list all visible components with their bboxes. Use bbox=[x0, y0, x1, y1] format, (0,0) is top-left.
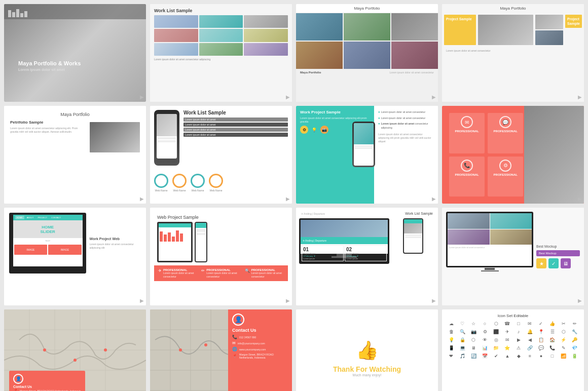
icon-pin: 📍 bbox=[536, 328, 546, 335]
slide-7-title: Work Project Sample bbox=[300, 110, 370, 114]
slide-8[interactable]: ✉ PROFESSIONAL 💬 PROFESSIONAL 📞 PROFESSI… bbox=[442, 106, 584, 204]
slide-11-title: Work List Sample bbox=[403, 211, 435, 216]
icon-home: 🏠 bbox=[547, 336, 557, 343]
icon-pencil: ✏ bbox=[570, 320, 580, 327]
icon-link: 🔗 bbox=[525, 344, 535, 351]
slide-12-icons: ★ ✓ 🖥 bbox=[536, 258, 580, 268]
slide-12-monitor: Lorem ipsum dolor sit amet consectetur bbox=[446, 212, 533, 301]
icon-music2: 🎵 bbox=[457, 353, 467, 360]
icon-cloud: ☁ bbox=[446, 320, 456, 327]
slide-13[interactable]: 👤 Contact Us 📍 Margon Street, BRACH ROAD… bbox=[4, 309, 146, 391]
slide-corner-icon: ▶ bbox=[578, 94, 582, 100]
slide-8-card-4: ⚙ PROFESSIONAL bbox=[488, 157, 523, 197]
slide-10[interactable]: Web Project Sample bbox=[150, 208, 292, 305]
slide-16-icons: ☁ ♡ ☆ ○ ⬡ ☎ □ ✉ ✓ 👍 ✂ ✏ 🗑 🔍 📷 ⚙ ⬛ ✈ ♪ bbox=[446, 320, 580, 360]
icon-signal: 📶 bbox=[559, 353, 569, 360]
slide-15-subtitle: Much many enjoy! bbox=[353, 373, 382, 377]
icon-circle: ○ bbox=[480, 320, 490, 327]
slide-4-yellow: Project Sample bbox=[444, 15, 476, 45]
slide-corner-icon: ▶ bbox=[432, 94, 436, 100]
icon-plane: ✈ bbox=[502, 328, 512, 335]
icon-bell: 🔔 bbox=[525, 328, 535, 335]
icon-diamond: 💎 bbox=[570, 344, 580, 351]
slide-9-title: Work Project Web bbox=[89, 237, 141, 241]
icon-mobile: 📱 bbox=[446, 344, 456, 351]
icon-trash: 🗑 bbox=[446, 328, 456, 335]
slide-6-phone bbox=[154, 110, 179, 166]
slide-10-phone bbox=[195, 222, 207, 262]
slide-9[interactable]: HOME ABOUT PROJECT CONTACT HOME SLIDER bbox=[4, 208, 146, 305]
slide-6[interactable]: Work List Sample Lorem ipsum dolor sit a… bbox=[150, 106, 292, 204]
slide-14-website: www.yourcompany.com bbox=[239, 348, 266, 351]
icon-mail2: ✉ bbox=[502, 336, 512, 343]
icon-up: ▲ bbox=[502, 353, 512, 360]
icon-folder: 📁 bbox=[491, 344, 501, 351]
slide-7[interactable]: Work Project Sample Lorem ipsum dolor si… bbox=[296, 106, 438, 204]
icon-heart2: ❤ bbox=[446, 353, 456, 360]
slide-3-collage bbox=[296, 13, 438, 69]
slide-4[interactable]: Maya Portfolio Project Sample ProjectSam… bbox=[442, 4, 584, 102]
slide-5-ship bbox=[90, 122, 140, 152]
slide-16[interactable]: Icon Set Editable ☁ ♡ ☆ ○ ⬡ ☎ □ ✉ ✓ 👍 ✂ … bbox=[442, 309, 584, 391]
icon-music: ♪ bbox=[513, 328, 524, 335]
slide-14[interactable]: 👤 Contact Us 📞 012 34567 890 ✉ info@your… bbox=[150, 309, 292, 391]
slide-1[interactable]: Maya Portfolio & Works Lorem ipsum dolor… bbox=[4, 4, 146, 102]
slide-11-label: ✈ Anding | Departure bbox=[299, 211, 327, 216]
icon-camera: 📷 bbox=[468, 328, 479, 335]
slide-corner-icon: ▶ bbox=[578, 298, 582, 303]
icon-check: ✓ bbox=[536, 320, 546, 327]
icon-circle2: ● bbox=[536, 353, 546, 360]
slide-corner-icon: ▶ bbox=[286, 196, 290, 202]
slide-corner-icon: ▶ bbox=[432, 196, 436, 202]
icon-target: ◎ bbox=[491, 336, 501, 343]
slide-14-phone: 012 34567 890 bbox=[239, 336, 256, 339]
slides-grid: Maya Portfolio & Works Lorem ipsum dolor… bbox=[0, 0, 588, 391]
slide-8-card-1: ✉ PROFESSIONAL bbox=[449, 113, 485, 153]
slide-3[interactable]: Maya Portfolio Maya Portfolio Lorem ipsu… bbox=[296, 4, 438, 102]
slide-5-section: Petrifolio Sample bbox=[10, 120, 86, 125]
slide-11-screen: ✈ Anding | Departure 01 Project Name 1 F… bbox=[299, 218, 389, 264]
svg-point-21 bbox=[204, 343, 207, 346]
slide-15-thumb: 👍 bbox=[356, 340, 379, 361]
slide-6-circles: Web Name Web Name Web Name Web Name bbox=[154, 174, 288, 192]
icon-hex2: ⬡ bbox=[559, 328, 569, 335]
icon-back: ◀ bbox=[525, 336, 535, 343]
icon-sq: □ bbox=[547, 353, 557, 360]
svg-point-11 bbox=[104, 348, 107, 351]
icon-monitor2: 🖥 bbox=[468, 344, 479, 351]
slide-8-icon-4: ⚙ bbox=[499, 160, 511, 172]
slide-14-title: Contact Us bbox=[232, 328, 288, 333]
icon-play: ▶ bbox=[513, 336, 524, 343]
slide-5[interactable]: Maya Portfolio Petrifolio Sample Lorem i… bbox=[4, 106, 146, 204]
slide-6-title: Work List Sample bbox=[183, 110, 288, 115]
slide-2[interactable]: Work List Sample Lorem ipsum dolor sit a… bbox=[150, 4, 292, 102]
slide-14-map bbox=[150, 309, 235, 391]
svg-point-20 bbox=[179, 348, 182, 351]
slide-15[interactable]: 👍 Thank For Watching Much many enjoy! bbox=[296, 309, 438, 391]
icon-monitor: 🖥 bbox=[561, 258, 571, 268]
slide-11[interactable]: ✈ Anding | Departure Work List Sample ✈ … bbox=[296, 208, 438, 305]
slide-8-icon-1: ✉ bbox=[461, 116, 473, 128]
icon-star: ☆ bbox=[468, 320, 479, 327]
icon-phone2: 📞 bbox=[547, 344, 557, 351]
slide-3-footer: Maya Portfolio Lorem ipsum dolor sit ame… bbox=[296, 69, 438, 76]
slide-corner-icon: ▶ bbox=[140, 298, 144, 303]
slide-8-icon-3: 📞 bbox=[461, 160, 473, 172]
slide-1-text: Maya Portfolio & Works Lorem ipsum dolor… bbox=[18, 60, 81, 72]
slide-8-card-2: 💬 PROFESSIONAL bbox=[488, 113, 523, 153]
icon-star: ★ bbox=[536, 258, 546, 268]
slide-3-header: Maya Portfolio bbox=[296, 4, 438, 13]
slide-corner-icon: ▶ bbox=[578, 196, 582, 202]
slide-9-mockup: HOME ABOUT PROJECT CONTACT HOME SLIDER bbox=[9, 213, 86, 273]
icon-square: □ bbox=[513, 320, 524, 327]
svg-point-9 bbox=[43, 348, 46, 351]
slide-corner-icon: ▶ bbox=[140, 196, 144, 202]
slide-5-content: Petrifolio Sample Lorem ipsum dolor sit … bbox=[10, 120, 140, 152]
icon-gear: ⚙ bbox=[480, 328, 490, 335]
slide-8-icon-2: 💬 bbox=[499, 116, 511, 128]
slide-13-contact: 👤 Contact Us 📍 Margon Street, BRACH ROAD… bbox=[9, 371, 85, 391]
slide-12[interactable]: Lorem ipsum dolor sit amet consectetur B… bbox=[442, 208, 584, 305]
icon-mail: ✉ bbox=[525, 320, 535, 327]
icon-bulb: 💡 bbox=[446, 336, 456, 343]
icon-edit: ✎ bbox=[559, 344, 569, 351]
